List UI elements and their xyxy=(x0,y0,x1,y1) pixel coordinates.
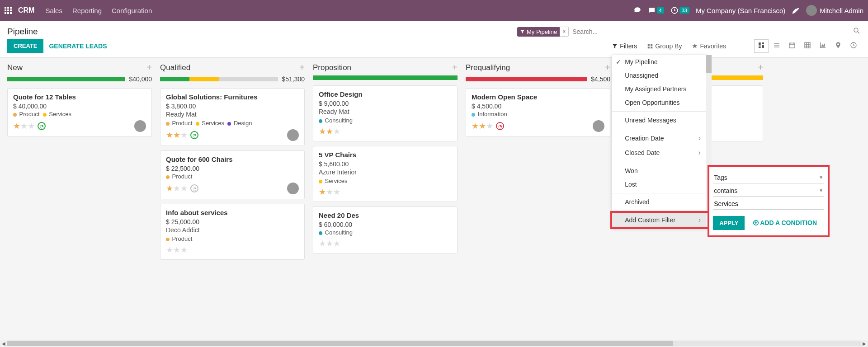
menu-configuration[interactable]: Configuration xyxy=(112,7,152,14)
filter-item-unassigned[interactable]: Unassigned xyxy=(612,69,706,82)
add-condition-button[interactable]: ADD A CONDITION xyxy=(753,219,817,226)
pivot-view-icon[interactable] xyxy=(800,39,815,53)
priority-stars[interactable]: ★★★ xyxy=(13,121,35,131)
search-facet[interactable]: My Pipeline xyxy=(517,27,560,37)
menu-reporting[interactable]: Reporting xyxy=(72,7,102,14)
filter-item-won[interactable]: Won xyxy=(612,164,706,178)
card-amount: $ 4,500.00 xyxy=(472,103,604,110)
user-menu[interactable]: Mitchell Admin xyxy=(806,5,863,16)
separator xyxy=(612,111,706,112)
activity-icon[interactable]: ◔ xyxy=(496,122,504,130)
apps-icon[interactable] xyxy=(5,7,12,14)
graph-view-icon[interactable] xyxy=(816,39,830,53)
kanban-card[interactable]: Office Design$ 9,000.00Ready Mat Consult… xyxy=(313,85,458,141)
progress-bar[interactable] xyxy=(7,77,125,81)
apply-button[interactable]: APPLY xyxy=(713,216,745,230)
kanban-card[interactable]: Modern Open Space$ 4,500.00 Information … xyxy=(466,88,610,137)
card-title: Quote for 12 Tables xyxy=(13,93,146,101)
filter-item-creation-date[interactable]: Creation Date xyxy=(612,131,706,145)
activity-view-icon[interactable] xyxy=(846,39,861,53)
kanban-card[interactable]: Quote for 600 Chairs$ 22,500.00 Product … xyxy=(160,150,305,199)
priority-stars[interactable]: ★★★ xyxy=(319,127,340,136)
filters-toggle[interactable]: Filters xyxy=(612,42,637,50)
progress-bar[interactable] xyxy=(466,77,587,81)
create-button[interactable]: CREATE xyxy=(7,39,43,53)
kanban-card[interactable]: Quote for 12 Tables$ 40,000.00 Product S… xyxy=(7,88,152,137)
add-card-button[interactable]: + xyxy=(146,62,152,73)
filter-item-my-pipeline[interactable]: My Pipeline xyxy=(612,55,706,69)
priority-stars[interactable]: ★★★ xyxy=(319,239,340,249)
search-icon[interactable] xyxy=(853,27,861,37)
chat-icon[interactable]: 4 xyxy=(648,6,664,14)
company-switcher[interactable]: My Company (San Francisco) xyxy=(696,7,785,14)
add-card-button[interactable]: + xyxy=(758,62,763,73)
filter-item-add-custom-filter[interactable]: Add Custom Filter xyxy=(612,213,706,227)
chevron-down-icon: ▼ xyxy=(819,175,823,180)
filter-item-archived[interactable]: Archived xyxy=(612,195,706,209)
activity-icon[interactable]: ◔ xyxy=(38,122,46,130)
page-title: Pipeline xyxy=(7,27,38,37)
facet-remove[interactable]: × xyxy=(560,27,569,37)
card-subtitle: Deco Addict xyxy=(166,226,299,234)
kanban-column: Prequalifying+$4,500Modern Open Space$ 4… xyxy=(466,62,610,333)
search-facet-label: My Pipeline xyxy=(527,28,557,35)
groupby-toggle[interactable]: Group By xyxy=(647,42,682,50)
favorites-toggle[interactable]: Favorites xyxy=(692,42,726,50)
activities-icon[interactable]: 33 xyxy=(670,6,689,14)
filter-item-open-opportunities[interactable]: Open Opportunities xyxy=(612,96,706,109)
assignee-avatar[interactable] xyxy=(287,129,299,141)
add-card-button[interactable]: + xyxy=(605,62,610,73)
list-view-icon[interactable] xyxy=(769,39,784,53)
svg-rect-14 xyxy=(789,43,795,48)
tag-dot xyxy=(472,113,475,117)
activity-icon[interactable]: ◔ xyxy=(190,184,198,192)
value-input[interactable] xyxy=(713,198,824,210)
menu-sales[interactable]: Sales xyxy=(45,7,62,14)
assignee-avatar[interactable] xyxy=(593,120,604,132)
generate-leads-button[interactable]: GENERATE LEADS xyxy=(49,42,107,50)
search-input[interactable] xyxy=(569,26,853,37)
priority-stars[interactable]: ★★★ xyxy=(472,121,493,131)
activities-badge: 33 xyxy=(679,7,689,14)
card-title: 5 VP Chairs xyxy=(319,151,452,159)
svg-rect-13 xyxy=(774,47,779,47)
tag-dot xyxy=(13,113,17,117)
add-card-button[interactable]: + xyxy=(299,62,305,73)
kanban-card[interactable]: Global Solutions: Furnitures$ 3,800.00Re… xyxy=(160,88,305,146)
progress-bar[interactable] xyxy=(160,77,278,81)
calendar-view-icon[interactable] xyxy=(785,39,799,53)
voip-icon[interactable] xyxy=(633,6,642,14)
kanban-view-icon[interactable] xyxy=(754,39,769,53)
priority-stars[interactable]: ★★★ xyxy=(166,130,188,140)
tag-dot xyxy=(43,113,47,117)
priority-stars[interactable]: ★★★ xyxy=(319,187,340,197)
svg-rect-3 xyxy=(651,44,652,46)
debug-icon[interactable] xyxy=(792,6,800,14)
filter-item-unread-messages[interactable]: Unread Messages xyxy=(612,113,706,127)
card-tags: Product Services Design xyxy=(166,120,299,127)
add-card-button[interactable]: + xyxy=(452,62,458,73)
assignee-avatar[interactable] xyxy=(287,183,299,194)
svg-rect-4 xyxy=(648,47,650,48)
activity-icon[interactable]: ◔ xyxy=(190,131,198,139)
map-view-icon[interactable] xyxy=(831,39,845,53)
card-tags: Product xyxy=(166,173,299,180)
operator-selector[interactable]: contains ▼ xyxy=(713,185,824,197)
priority-stars[interactable]: ★★★ xyxy=(166,183,188,193)
card-subtitle: Ready Mat xyxy=(319,108,452,115)
kanban-card[interactable]: Info about services$ 25,000.00Deco Addic… xyxy=(160,204,305,260)
progress-bar[interactable] xyxy=(313,75,458,80)
kanban-card[interactable]: Need 20 Des$ 60,000.00 Consulting ★★★ xyxy=(313,206,458,253)
assignee-avatar[interactable] xyxy=(134,120,146,132)
app-brand[interactable]: CRM xyxy=(18,6,34,14)
filter-item-closed-date[interactable]: Closed Date xyxy=(612,145,706,160)
topbar: CRM Sales Reporting Configuration 4 33 M… xyxy=(0,0,868,21)
svg-rect-11 xyxy=(774,43,779,43)
filter-item-my-assigned-partners[interactable]: My Assigned Partners xyxy=(612,82,706,96)
filter-item-lost[interactable]: Lost xyxy=(612,178,706,191)
kanban-card[interactable]: 5 VP Chairs$ 5,600.00Azure Interior Serv… xyxy=(313,146,458,202)
card-tags: Services xyxy=(319,178,452,184)
field-selector[interactable]: Tags ▼ xyxy=(713,172,824,183)
card-amount: $ 22,500.00 xyxy=(166,165,299,172)
priority-stars[interactable]: ★★★ xyxy=(166,245,188,255)
